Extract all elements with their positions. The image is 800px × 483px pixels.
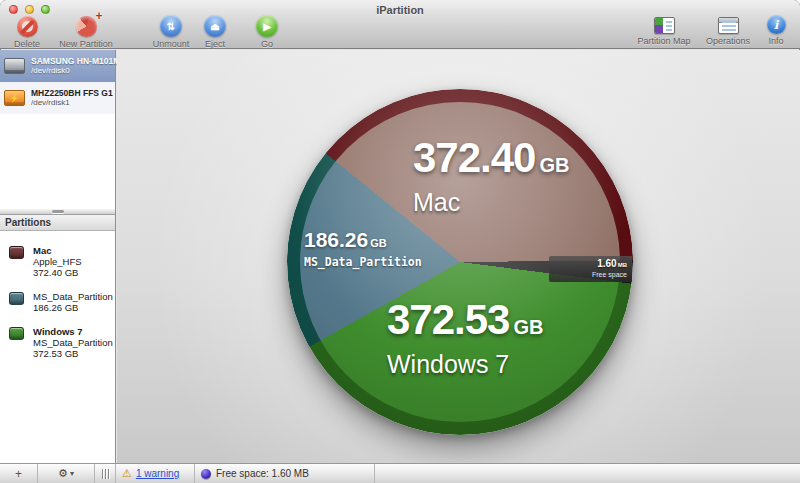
legend-msdata-text: MS_Data_Partition 186.26 GB (33, 291, 113, 313)
action-menu-button[interactable]: ⚙ ▾ (38, 464, 95, 483)
legend-item-mac[interactable]: Mac Apple_HFS 372.40 GB (9, 245, 115, 278)
operations-label: Operations (706, 36, 750, 46)
legend-mac-text: Mac Apple_HFS 372.40 GB (33, 245, 82, 278)
disk0-device: /dev/rdisk0 (31, 66, 111, 76)
splitter-handle-icon (52, 210, 64, 213)
free-space-slice-label[interactable]: 1.60MB Free space (549, 256, 632, 282)
info-label: Info (768, 36, 783, 46)
msdata-size-value: 186.26 (304, 228, 368, 251)
internal-disk-icon (4, 58, 25, 74)
partitions-block: Partitions Mac Apple_HFS 372.40 GB MS_Da… (0, 209, 115, 372)
partition-map-button[interactable]: Partition Map (632, 17, 696, 46)
plus-icon: + (15, 467, 22, 481)
warning-link[interactable]: 1 warning (136, 468, 179, 479)
msdata-slice-name: MS_Data_Partition (304, 255, 422, 269)
new-partition-button[interactable]: + New Partition (52, 16, 120, 49)
eject-icon: ⏏ (204, 15, 226, 37)
sidebar: SAMSUNG HN-M101MBB /dev/rdisk0 ⚡ MHZ2250… (0, 50, 116, 463)
disk0-text: SAMSUNG HN-M101MBB /dev/rdisk0 (31, 56, 111, 76)
toolbar-left: Delete + New Partition ⇅ Unmount ⏏ Eject… (6, 15, 284, 49)
windows-slice-name: Windows 7 (387, 350, 543, 378)
msdata-slice-label[interactable]: 186.26GB MS_Data_Partition (304, 228, 422, 269)
mac-swatch-icon (9, 246, 24, 259)
status-bar: + ⚙ ▾ ⚠ 1 warning Free space: 1.60 MB (0, 463, 800, 483)
warning-status: ⚠ 1 warning (116, 464, 195, 483)
partition-pie-chart[interactable]: 372.40GB Mac 186.26GB MS_Data_Partition … (287, 89, 633, 435)
eject-glyph: ⏏ (210, 21, 219, 32)
splitter-grip[interactable] (95, 464, 116, 483)
new-partition-icon: + (76, 16, 97, 37)
unmount-icon: ⇅ (160, 15, 182, 37)
unmount-glyph: ⇅ (167, 21, 175, 32)
add-partition-button[interactable]: + (0, 464, 38, 483)
disk1-device: /dev/rdisk1 (31, 98, 111, 108)
windows-slice-label[interactable]: 372.53GB Windows 7 (387, 297, 543, 378)
legend-msdata-name: MS_Data_Partition (33, 291, 113, 302)
sidebar-item-disk1[interactable]: ⚡ MHZ2250BH FFS G1 /dev/rdisk1 (0, 82, 115, 114)
legend-windows-name: Windows 7 (33, 326, 113, 337)
mac-slice-label[interactable]: 372.40GB Mac (413, 135, 569, 216)
legend-windows-size: 372.53 GB (33, 348, 113, 359)
operations-icon (718, 17, 739, 34)
mac-size-value: 372.40 (413, 134, 535, 181)
unmount-label: Unmount (153, 39, 190, 49)
free-space-status: Free space: 1.60 MB (195, 464, 375, 483)
mac-slice-name: Mac (413, 188, 569, 216)
window-chrome: iPartition Delete + New Partition ⇅ Unmo… (0, 0, 800, 49)
legend-mac-size: 372.40 GB (33, 267, 82, 278)
free-size-unit: MB (618, 262, 627, 268)
legend-windows-text: Windows 7 MS_Data_Partition 372.53 GB (33, 326, 113, 359)
play-glyph: ▶ (263, 21, 271, 32)
legend-windows-type: MS_Data_Partition (33, 337, 113, 348)
disk1-text: MHZ2250BH FFS G1 /dev/rdisk1 (31, 88, 111, 108)
free-size-value: 1.60 (597, 258, 616, 269)
ipartition-window: iPartition Delete + New Partition ⇅ Unmo… (0, 0, 800, 483)
unmount-button[interactable]: ⇅ Unmount (146, 15, 196, 49)
external-disk-icon: ⚡ (4, 90, 25, 106)
usb-glyph: ⚡ (10, 94, 20, 103)
info-button[interactable]: i Info (760, 15, 792, 46)
warning-icon: ⚠ (122, 468, 132, 479)
operations-button[interactable]: Operations (700, 17, 756, 46)
new-partition-label: New Partition (59, 39, 113, 49)
plus-badge-icon: + (95, 9, 102, 23)
legend-item-windows[interactable]: Windows 7 MS_Data_Partition 372.53 GB (9, 326, 115, 359)
disk0-name: SAMSUNG HN-M101MBB (31, 56, 111, 66)
eject-label: Eject (205, 39, 225, 49)
windows-size-unit: GB (513, 316, 543, 338)
delete-label: Delete (14, 39, 40, 49)
free-slice-name: Free space (549, 271, 627, 279)
msdata-size-unit: GB (370, 237, 387, 249)
go-icon: ▶ (256, 15, 278, 37)
info-icon: i (767, 15, 786, 34)
delete-icon (17, 16, 38, 37)
eject-button[interactable]: ⏏ Eject (198, 15, 232, 49)
info-glyph: i (774, 18, 779, 32)
statusbar-spacer (375, 464, 800, 483)
sidebar-item-disk0[interactable]: SAMSUNG HN-M101MBB /dev/rdisk0 (0, 50, 115, 82)
chevron-down-icon: ▾ (70, 469, 74, 478)
msdata-swatch-icon (9, 292, 24, 305)
go-button[interactable]: ▶ Go (250, 15, 284, 49)
disk1-name: MHZ2250BH FFS G1 (31, 88, 111, 98)
gear-icon: ⚙ (58, 467, 68, 480)
delete-button[interactable]: Delete (6, 16, 48, 49)
toolbar-right: Partition Map Operations i Info (632, 15, 792, 46)
go-label: Go (261, 39, 273, 49)
partition-map-icon (654, 17, 675, 34)
legend-mac-name: Mac (33, 245, 82, 256)
windows-size-value: 372.53 (387, 296, 509, 343)
partition-legend: Mac Apple_HFS 372.40 GB MS_Data_Partitio… (0, 231, 115, 359)
legend-mac-type: Apple_HFS (33, 256, 82, 267)
mac-size-unit: GB (539, 154, 569, 176)
legend-item-msdata[interactable]: MS_Data_Partition 186.26 GB (9, 291, 115, 313)
free-space-text: Free space: 1.60 MB (216, 468, 309, 479)
legend-msdata-size: 186.26 GB (33, 302, 113, 313)
free-space-orb-icon (201, 469, 211, 479)
partition-map-label: Partition Map (637, 36, 690, 46)
windows-swatch-icon (9, 327, 24, 340)
partitions-header: Partitions (0, 215, 115, 231)
